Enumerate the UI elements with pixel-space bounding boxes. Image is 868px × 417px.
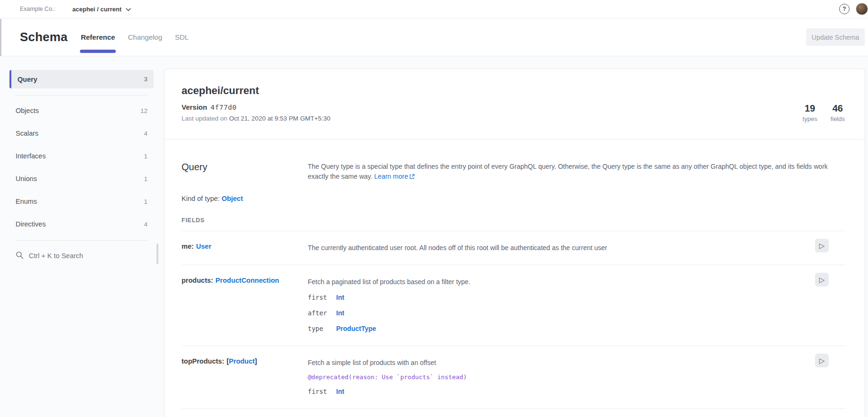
sidebar-item-count: 1 <box>144 153 148 160</box>
arg-row: afterInt <box>308 308 846 318</box>
search-hint: Ctrl + K to Search <box>29 252 83 260</box>
top-bar: Example Co.: acephei / current ? <box>0 0 868 18</box>
arg-row: typeProductType <box>308 324 846 333</box>
arg-type-link[interactable]: Int <box>336 294 344 301</box>
play-icon: ▷ <box>819 356 825 365</box>
tab-sdl[interactable]: SDL <box>175 18 189 56</box>
field-row: topProducts:[Product] Fetch a simple lis… <box>182 346 846 408</box>
divider <box>16 240 148 241</box>
field-type-link[interactable]: Product <box>229 357 255 365</box>
type-section-query: Query The Query type is a special type t… <box>165 139 865 409</box>
run-in-explorer-button[interactable]: ▷ <box>815 239 829 252</box>
avatar[interactable] <box>856 3 868 15</box>
arg-name: type <box>308 325 336 332</box>
sidebar-item-count: 4 <box>144 221 148 228</box>
sidebar-item-interfaces[interactable]: Interfaces 1 <box>9 145 154 167</box>
arg-name: first <box>308 294 336 301</box>
field-deprecated-directive: @deprecated(reason: Use `products` inste… <box>308 374 846 381</box>
kind-of-type-link[interactable]: Object <box>222 195 243 202</box>
field-details: Fetch a simple list of products with an … <box>308 357 846 396</box>
version-row: Version4f77d0 <box>182 103 846 111</box>
schema-stats: 19 types 46 fields <box>803 103 845 122</box>
field-signature: topProducts:[Product] <box>182 357 308 396</box>
last-updated: Last updated on Oct 21, 2020 at 9:53 PM … <box>182 115 846 122</box>
field-row: me:User The currently authenticated user… <box>182 231 846 265</box>
search-icon <box>16 251 24 261</box>
sidebar-item-label: Scalars <box>16 130 144 137</box>
learn-more-link[interactable]: Learn more <box>374 173 415 180</box>
divider <box>16 95 148 96</box>
type-description: The Query type is a special type that de… <box>308 162 830 182</box>
schema-type-sidebar: Query 3 Objects 12 Scalars 4 Interfaces … <box>9 70 154 267</box>
left-nav-rail-top <box>0 19 1 56</box>
graph-title: acephei/current <box>182 85 846 97</box>
topbar-right: ? <box>839 3 861 15</box>
sidebar-item-count: 1 <box>144 175 148 182</box>
field-name: me: <box>182 243 194 250</box>
arg-type-link[interactable]: Int <box>336 309 344 317</box>
sidebar-item-enums[interactable]: Enums 1 <box>9 190 154 213</box>
sidebar-item-query[interactable]: Query 3 <box>9 70 154 88</box>
fields-list: me:User The currently authenticated user… <box>182 231 846 409</box>
schema-reference-card: acephei/current Version4f77d0 Last updat… <box>164 69 865 417</box>
external-link-icon <box>409 173 415 181</box>
run-in-explorer-button[interactable]: ▷ <box>815 273 829 287</box>
arg-type-link[interactable]: Int <box>336 388 344 395</box>
sidebar-item-label: Unions <box>16 175 144 182</box>
tab-label: SDL <box>175 33 189 41</box>
sidebar-scrollbar[interactable] <box>156 243 158 264</box>
stat-value: 46 <box>831 103 845 114</box>
sidebar-item-label: Query <box>17 76 144 83</box>
page-title: Schema <box>20 30 68 44</box>
version-value: 4f77d0 <box>210 104 236 111</box>
tab-reference[interactable]: Reference <box>81 18 115 56</box>
field-args: firstIntafterInttypeProductType <box>308 293 846 333</box>
field-signature: products:ProductConnection <box>182 276 308 333</box>
play-icon: ▷ <box>819 242 825 250</box>
field-description: Fetch a paginated list of products based… <box>308 276 830 287</box>
update-schema-button[interactable]: Update Schema <box>806 28 865 46</box>
field-details: Fetch a paginated list of products based… <box>308 276 846 333</box>
stat-label: fields <box>831 115 845 122</box>
stat-label: types <box>803 115 817 122</box>
field-row: products:ProductConnection Fetch a pagin… <box>182 265 846 346</box>
sidebar-item-directives[interactable]: Directives 4 <box>9 213 154 235</box>
tab-label: Reference <box>81 33 115 41</box>
field-description: Fetch a simple list of products with an … <box>308 357 830 367</box>
field-signature: me:User <box>182 242 308 252</box>
stat-fields: 46 fields <box>831 103 845 122</box>
kind-of-type-row: Kind of type: Object <box>182 195 846 202</box>
arg-name: after <box>308 309 336 317</box>
field-details: The currently authenticated user root. A… <box>308 242 846 252</box>
sidebar-item-count: 12 <box>140 107 148 114</box>
sidebar-item-count: 1 <box>144 198 148 205</box>
card-header: acephei/current Version4f77d0 Last updat… <box>165 69 865 122</box>
sidebar-item-label: Directives <box>16 220 144 228</box>
content-area: Query 3 Objects 12 Scalars 4 Interfaces … <box>0 56 868 417</box>
sidebar-item-unions[interactable]: Unions 1 <box>9 167 154 190</box>
run-in-explorer-button[interactable]: ▷ <box>815 354 829 367</box>
sidebar-item-label: Objects <box>16 107 140 114</box>
field-type-link[interactable]: ProductConnection <box>216 277 279 284</box>
field-args: firstInt <box>308 387 846 396</box>
tab-changelog[interactable]: Changelog <box>128 18 162 56</box>
help-icon[interactable]: ? <box>839 4 850 14</box>
field-name: topProducts: <box>182 357 224 365</box>
sidebar-item-objects[interactable]: Objects 12 <box>9 99 154 122</box>
schema-search[interactable]: Ctrl + K to Search <box>9 244 154 267</box>
sidebar-item-count: 4 <box>144 130 148 137</box>
page-header: Schema ReferenceChangelogSDL Update Sche… <box>0 18 868 56</box>
sidebar-item-label: Enums <box>16 198 144 205</box>
arg-row: firstInt <box>308 293 846 302</box>
graph-selector[interactable]: acephei / current <box>72 5 131 13</box>
tab-label: Changelog <box>128 33 162 41</box>
arg-name: first <box>308 388 336 395</box>
type-name: Query <box>182 162 308 182</box>
type-bracket-close: ] <box>255 357 257 365</box>
sidebar-item-count: 3 <box>144 76 148 83</box>
arg-type-link[interactable]: ProductType <box>336 325 376 332</box>
field-name: products: <box>182 277 213 284</box>
sidebar-item-scalars[interactable]: Scalars 4 <box>9 122 154 145</box>
field-type-link[interactable]: User <box>196 243 211 250</box>
fields-heading: FIELDS <box>182 217 846 224</box>
